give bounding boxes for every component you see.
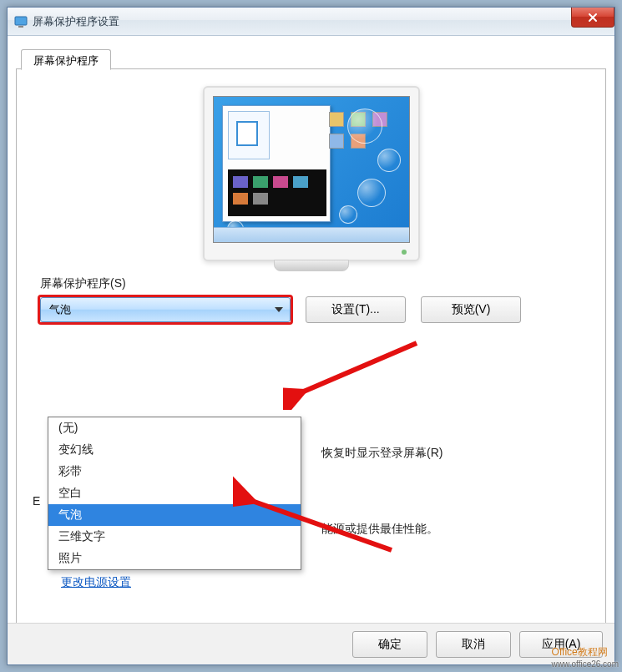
titlebar: 屏幕保护程序设置	[8, 8, 614, 36]
power-settings-link-label: 更改电源设置	[61, 575, 131, 589]
tab-screensaver[interactable]: 屏幕保护程序	[21, 49, 111, 70]
close-button[interactable]	[571, 8, 614, 28]
settings-button-label: 设置(T)...	[331, 302, 380, 316]
svg-rect-0	[15, 17, 27, 25]
controls-row: 气泡 设置(T)... 预览(V)	[40, 296, 582, 323]
monitor-preview-wrap	[40, 86, 582, 261]
monitor-screen	[213, 96, 410, 243]
svg-rect-1	[18, 26, 23, 28]
highlight-rectangle	[38, 295, 293, 325]
watermark-line1: Office教程网	[552, 646, 608, 658]
combo-selected-text: 气泡	[49, 302, 71, 317]
energy-text-fragment: 能源或提供最佳性能。	[321, 522, 438, 537]
resume-checkbox-label: 恢复时显示登录屏幕(R)	[321, 446, 442, 461]
settings-button[interactable]: 设置(T)...	[306, 296, 406, 323]
preview-button[interactable]: 预览(V)	[421, 296, 521, 323]
dropdown-item[interactable]: (无)	[48, 417, 301, 439]
dropdown-item[interactable]: 变幻线	[48, 439, 301, 461]
watermark-line2: www.office26.com	[552, 659, 619, 669]
screensaver-settings-window: 屏幕保护程序设置 屏幕保护程序	[7, 7, 615, 665]
ok-button-label: 确定	[378, 637, 402, 650]
dialog-button-bar: 确定 取消 应用(A)	[8, 623, 614, 664]
monitor-led-icon	[402, 250, 407, 255]
preview-button-label: 预览(V)	[452, 302, 491, 316]
dropdown-item[interactable]: 空白	[48, 483, 301, 504]
dropdown-item[interactable]: 彩带	[48, 461, 301, 483]
window-title: 屏幕保护程序设置	[33, 14, 119, 29]
preview-desktop-window	[222, 105, 331, 222]
monitor-preview	[203, 86, 420, 261]
chevron-down-icon	[275, 307, 283, 312]
tab-header: 屏幕保护程序	[16, 44, 606, 69]
dropdown-item[interactable]: 照片	[48, 548, 301, 569]
dropdown-item[interactable]: 气泡	[48, 504, 301, 526]
watermark: Office教程网 www.office26.com	[552, 645, 619, 669]
cancel-button-label: 取消	[462, 637, 485, 650]
ok-button[interactable]: 确定	[352, 631, 427, 658]
dropdown-item[interactable]: 三维文字	[48, 526, 301, 548]
screensaver-dropdown-list[interactable]: (无)变幻线彩带空白气泡三维文字照片	[48, 417, 301, 570]
screensaver-combo[interactable]: 气泡	[40, 297, 291, 322]
letter-e-fragment: E	[33, 494, 40, 508]
window-icon	[14, 15, 28, 28]
power-settings-link[interactable]: 更改电源设置	[61, 575, 131, 590]
close-icon	[588, 13, 598, 23]
tab-label: 屏幕保护程序	[33, 54, 99, 67]
screensaver-section-label: 屏幕保护程序(S)	[40, 276, 582, 291]
cancel-button[interactable]: 取消	[436, 631, 511, 658]
